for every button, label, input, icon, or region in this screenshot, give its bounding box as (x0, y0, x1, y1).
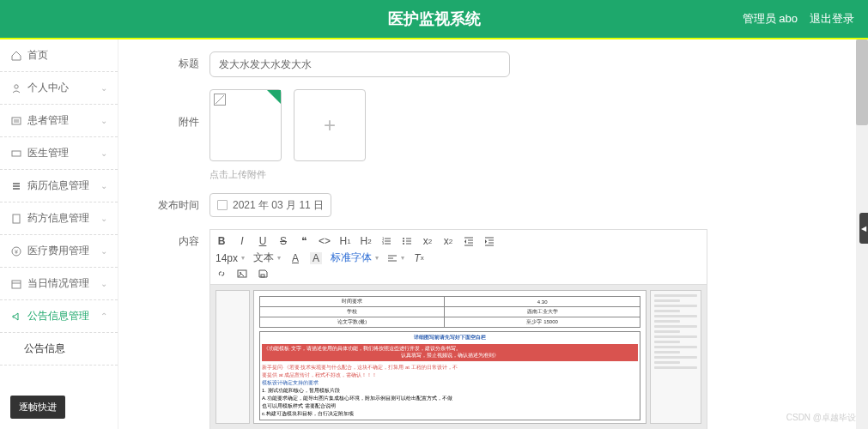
sidebar-item-fee[interactable]: ¥ 医疗费用管理 ⌄ (0, 235, 118, 268)
svg-rect-1 (12, 118, 21, 124)
svg-point-19 (403, 238, 404, 239)
svg-rect-6 (13, 185, 20, 187)
money-icon: ¥ (10, 245, 22, 257)
svg-rect-7 (13, 188, 20, 190)
font-color-button[interactable]: A (289, 252, 301, 264)
drawer-toggle[interactable]: ◀ (859, 213, 868, 244)
chevron-down-icon: ⌄ (100, 246, 107, 256)
sidebar-item-doctor[interactable]: 医生管理 ⌄ (0, 137, 118, 170)
calendar-icon (10, 278, 22, 290)
format-select[interactable]: 文本▾ (253, 251, 281, 265)
italic-button[interactable]: I (236, 235, 248, 247)
code-button[interactable]: <> (319, 235, 331, 247)
scrollbar-thumb[interactable] (856, 39, 868, 125)
sidebar-item-prescription[interactable]: 药方信息管理 ⌄ (0, 202, 118, 235)
ul-button[interactable] (401, 236, 413, 246)
sidebar-item-record[interactable]: 病历信息管理 ⌄ (0, 170, 118, 202)
svg-rect-4 (12, 151, 21, 156)
sidebar-item-daily[interactable]: 当日情况管理 ⌄ (0, 268, 118, 300)
sidebar-item-label: 病历信息管理 (27, 178, 89, 193)
admin-label[interactable]: 管理员 abo (743, 11, 798, 27)
sidebar: 首页 个人中心 ⌄ 患者管理 ⌄ 医生管理 ⌄ 病历信息管理 ⌄ 药方信息管理 … (0, 39, 118, 429)
user-icon (10, 82, 22, 94)
ol-button[interactable]: 123 (380, 236, 392, 246)
sidebar-item-label: 医生管理 (27, 146, 69, 160)
editor-toolbar: B I U S ❝ <> H1 H2 123 x2 x2 (209, 229, 707, 284)
pubtime-value: 2021 年 03 月 11 日 (233, 198, 324, 213)
svg-point-20 (403, 240, 404, 242)
chevron-down-icon: ⌄ (100, 116, 107, 125)
sidebar-item-label: 患者管理 (27, 113, 69, 128)
bold-button[interactable]: B (215, 235, 228, 247)
chevron-down-icon: ⌄ (100, 83, 107, 93)
watermark: CSDN @卓越毕设 (786, 412, 856, 424)
stack-icon (10, 180, 22, 192)
indent-button[interactable] (483, 236, 495, 246)
title-field-label: 标题 (153, 51, 199, 71)
svg-rect-38 (261, 275, 264, 277)
link-button[interactable] (215, 269, 228, 279)
subscript-button[interactable]: x2 (422, 235, 434, 247)
bg-color-button[interactable]: A (310, 252, 322, 264)
doc-table: 时间要求4.30 学校西南工业大学 论文字数(最)至少字 15000 (259, 296, 640, 328)
sidebar-item-label: 首页 (27, 48, 48, 63)
sidebar-subitem-notice[interactable]: 公告信息 (0, 333, 118, 366)
save-button[interactable] (257, 269, 269, 279)
sidebar-item-label: 药方信息管理 (27, 211, 89, 226)
rx-icon (10, 213, 22, 225)
svg-point-21 (403, 243, 404, 245)
float-action-button[interactable]: 逐帧快进 (10, 396, 65, 419)
svg-point-0 (15, 84, 18, 88)
superscript-button[interactable]: x2 (442, 235, 454, 247)
list-icon (10, 115, 22, 127)
align-select[interactable]: ▾ (387, 253, 404, 263)
upload-hint: 点击上传附件 (209, 168, 851, 181)
svg-text:¥: ¥ (15, 249, 18, 255)
image-button[interactable] (236, 269, 248, 279)
chevron-down-icon: ⌄ (100, 181, 107, 190)
title-input[interactable] (209, 51, 510, 77)
outdent-button[interactable] (463, 236, 475, 246)
underline-button[interactable]: U (257, 235, 269, 247)
doc-left-panel (215, 290, 250, 424)
broken-image-icon (214, 94, 226, 106)
chevron-down-icon: ⌄ (100, 148, 107, 158)
doc-right-panel (650, 290, 701, 424)
doc-red-band: 《功能模板·文字，请描述使用的具体功能，我们将按照这些进行开发，建议分条书写。 … (262, 344, 638, 361)
sidebar-item-label: 个人中心 (27, 81, 69, 95)
calendar-icon (217, 200, 228, 210)
sidebar-item-profile[interactable]: 个人中心 ⌄ (0, 72, 118, 105)
main-content: 标题 附件 + 点击上传附件 发布时间 2021 年 03 月 11 日 (118, 39, 868, 429)
sidebar-item-label: 公告信息管理 (27, 309, 89, 323)
pubtime-field-label: 发布时间 (153, 193, 199, 213)
quote-button[interactable]: ❝ (298, 235, 310, 247)
strike-button[interactable]: S (277, 235, 289, 247)
logout-link[interactable]: 退出登录 (810, 11, 854, 27)
svg-text:3: 3 (382, 241, 385, 245)
plus-icon: + (324, 113, 336, 137)
sidebar-item-label: 当日情况管理 (27, 276, 89, 291)
speaker-icon (10, 311, 22, 323)
svg-rect-11 (12, 281, 21, 288)
chevron-down-icon: ⌄ (100, 279, 107, 288)
top-bar: 医护监视系统 管理员 abo 退出登录 (0, 0, 868, 38)
h2-button[interactable]: H2 (360, 235, 372, 247)
app-title: 医护监视系统 (388, 9, 481, 29)
sidebar-item-home[interactable]: 首页 (0, 39, 118, 72)
svg-rect-5 (13, 183, 20, 184)
home-icon (10, 50, 22, 62)
fontfamily-select[interactable]: 标准字体▾ (331, 251, 379, 265)
sidebar-item-patient[interactable]: 患者管理 ⌄ (0, 105, 118, 137)
pubtime-input[interactable]: 2021 年 03 月 11 日 (209, 193, 331, 217)
sidebar-item-label: 医疗费用管理 (27, 244, 89, 258)
editor-content[interactable]: 时间要求4.30 学校西南工业大学 论文字数(最)至少字 15000 详细图写前… (209, 284, 707, 429)
chevron-up-icon: ⌃ (100, 311, 107, 321)
h1-button[interactable]: H1 (339, 235, 351, 247)
fontsize-select[interactable]: 14px▾ (215, 252, 245, 264)
add-attachment-button[interactable]: + (294, 89, 366, 161)
clear-format-button[interactable]: Tx (413, 252, 425, 264)
doc-page: 时间要求4.30 学校西南工业大学 论文字数(最)至少字 15000 详细图写前… (253, 290, 646, 424)
sidebar-item-notice[interactable]: 公告信息管理 ⌃ (0, 300, 118, 333)
attachment-thumbnail[interactable] (209, 89, 282, 161)
svg-rect-8 (13, 214, 20, 223)
